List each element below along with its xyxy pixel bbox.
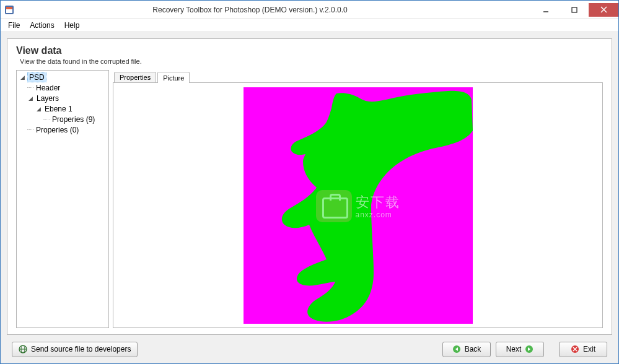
send-source-button[interactable]: Send source file to developers (12, 342, 138, 357)
watermark: 安下载 anxz.com (316, 190, 400, 222)
window-title: Recovery Toolbox for Photoshop (DEMO ver… (0, 6, 532, 14)
close-icon (571, 345, 579, 353)
footer-bar: Send source file to developers Back Next (7, 339, 612, 360)
menu-help[interactable]: Help (59, 20, 85, 31)
svg-rect-4 (572, 7, 577, 12)
menu-file[interactable]: File (3, 20, 25, 31)
right-pane: Properties Picture 安下载 (113, 70, 603, 328)
tab-properties[interactable]: Properties (114, 72, 156, 82)
app-window: Recovery Toolbox for Photoshop (DEMO ver… (0, 0, 619, 364)
tree-expand-icon[interactable]: ◢ (35, 105, 42, 112)
tree-node-header[interactable]: Header (35, 84, 61, 92)
watermark-text: 安下载 anxz.com (356, 193, 400, 219)
tree-expand-icon[interactable]: ◢ (27, 95, 34, 102)
tree-node-properies-9[interactable]: Properies (9) (51, 115, 96, 124)
main-panel: View data View the data found in the cor… (7, 38, 612, 335)
menubar: File Actions Help (1, 19, 618, 32)
tree-view[interactable]: ◢ PSD Header ◢Layers ◢Ebene 1 (16, 70, 109, 328)
exit-button[interactable]: Exit (559, 342, 607, 357)
arrow-left-icon (452, 345, 461, 353)
tree-expand-icon[interactable]: ◢ (19, 74, 26, 80)
watermark-bag-icon (316, 190, 352, 222)
titlebar: Recovery Toolbox for Photoshop (DEMO ver… (1, 1, 618, 19)
back-button[interactable]: Back (442, 342, 491, 357)
page-title: View data (16, 45, 603, 56)
split-pane: ◢ PSD Header ◢Layers ◢Ebene 1 (16, 70, 603, 328)
picture-viewport: 安下载 anxz.com (113, 82, 603, 328)
next-label: Next (506, 345, 522, 353)
page-subtitle: View the data found in the corrupted fil… (20, 58, 603, 65)
tree-node-ebene1[interactable]: Ebene 1 (43, 105, 74, 113)
preview-image: 安下载 anxz.com (244, 87, 473, 324)
client-area: View data View the data found in the cor… (1, 32, 618, 363)
maximize-button[interactable] (560, 3, 589, 17)
globe-icon (19, 345, 27, 353)
tab-strip: Properties Picture (113, 70, 603, 82)
send-source-label: Send source file to developers (31, 345, 131, 353)
tab-picture[interactable]: Picture (157, 72, 190, 83)
arrow-right-icon (525, 345, 533, 353)
next-button[interactable]: Next (496, 342, 544, 357)
watermark-line2: anxz.com (356, 210, 400, 219)
watermark-line1: 安下载 (356, 193, 400, 212)
window-controls (532, 3, 618, 17)
menu-actions[interactable]: Actions (25, 20, 59, 31)
tree-node-properies-0[interactable]: Properies (0) (35, 126, 80, 134)
close-button[interactable] (589, 3, 618, 17)
minimize-button[interactable] (532, 3, 560, 17)
tree-node-layers[interactable]: Layers (35, 94, 60, 103)
exit-label: Exit (583, 345, 595, 353)
tree-node-psd[interactable]: PSD (27, 72, 46, 82)
back-label: Back (465, 345, 481, 353)
